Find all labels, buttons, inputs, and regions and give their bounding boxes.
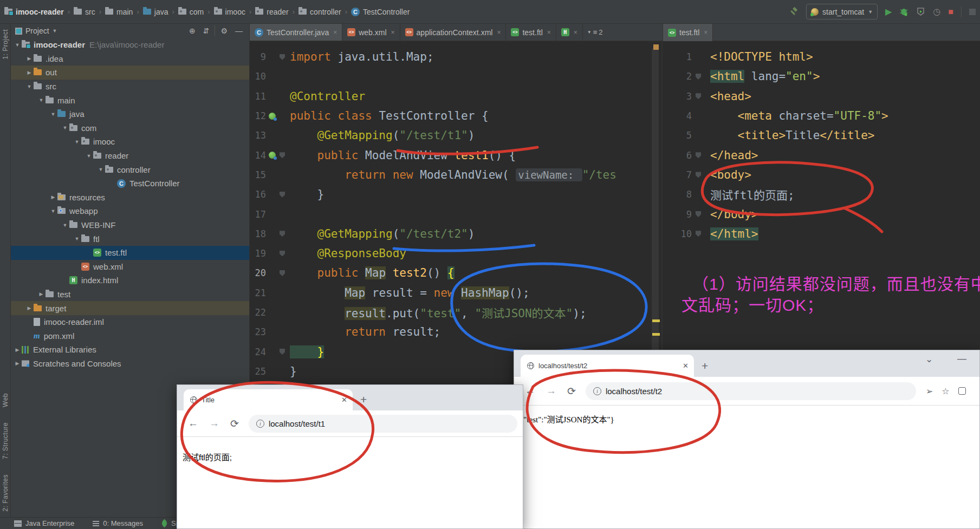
status-messages[interactable]: 0: Messages bbox=[93, 519, 143, 527]
breadcrumb-item[interactable]: CTestController bbox=[351, 8, 410, 16]
tree-expand-arrow-icon[interactable]: ▼ bbox=[73, 139, 81, 145]
tree-item[interactable]: ▼imooc bbox=[11, 135, 249, 149]
stripe-button[interactable]: 7: Structure bbox=[2, 422, 9, 459]
gear-icon[interactable]: ⚙ bbox=[218, 27, 230, 35]
back-button[interactable]: ← bbox=[525, 385, 535, 397]
send-to-device-icon[interactable]: ➢ bbox=[926, 386, 933, 396]
tree-expand-arrow-icon[interactable]: ▼ bbox=[49, 208, 57, 214]
tree-collapse-arrow-icon[interactable]: ▶ bbox=[25, 56, 34, 61]
tree-item[interactable]: ▼controller bbox=[11, 162, 249, 177]
close-icon[interactable]: × bbox=[391, 29, 395, 36]
reload-button[interactable]: ⟳ bbox=[567, 385, 576, 397]
project-panel-title[interactable]: Project bbox=[25, 27, 49, 35]
tree-item[interactable]: ▼java bbox=[11, 107, 249, 121]
tree-expand-arrow-icon[interactable]: ▼ bbox=[25, 84, 34, 89]
fold-marker-icon[interactable] bbox=[696, 152, 701, 158]
profiler-button[interactable]: ◷ bbox=[933, 8, 940, 16]
forward-button[interactable]: → bbox=[209, 417, 219, 429]
tree-expand-arrow-icon[interactable]: ▼ bbox=[73, 236, 81, 241]
close-icon[interactable]: × bbox=[333, 29, 337, 36]
tree-item[interactable]: mpom.xml bbox=[11, 329, 249, 343]
tree-item[interactable]: <>web.xml bbox=[11, 260, 249, 274]
tree-item[interactable]: ▼webapp bbox=[11, 204, 249, 218]
tree-item[interactable]: ▶.idea bbox=[11, 52, 249, 66]
stop-button[interactable]: ■ bbox=[948, 8, 953, 16]
tree-collapse-arrow-icon[interactable]: ▶ bbox=[49, 194, 57, 200]
chevron-down-icon[interactable]: ▼ bbox=[53, 28, 57, 34]
close-icon[interactable]: × bbox=[704, 29, 708, 36]
tree-item[interactable]: ▶Scratches and Consoles bbox=[11, 357, 249, 371]
address-bar[interactable]: i localhost/test/t1 bbox=[249, 415, 517, 433]
fold-marker-icon[interactable] bbox=[696, 172, 701, 178]
bookmark-star-icon[interactable]: ☆ bbox=[942, 386, 949, 396]
editor-tab[interactable]: <>test.ftl× bbox=[663, 24, 713, 41]
back-button[interactable]: ← bbox=[188, 417, 198, 429]
tree-item[interactable]: ▶External Libraries bbox=[11, 343, 249, 357]
stripe-button[interactable]: Web bbox=[2, 393, 9, 407]
hide-panel-button[interactable]: — bbox=[233, 27, 245, 35]
close-icon[interactable]: ✕ bbox=[341, 396, 347, 404]
breadcrumb-item[interactable]: src bbox=[74, 8, 95, 16]
breadcrumb-item[interactable]: main bbox=[105, 8, 133, 16]
tree-item[interactable]: Hindex.html bbox=[11, 273, 249, 288]
build-hammer-icon[interactable] bbox=[789, 7, 799, 17]
editor-tab[interactable]: H× bbox=[556, 24, 583, 41]
extensions-icon[interactable] bbox=[958, 387, 966, 395]
breadcrumb-item[interactable]: com bbox=[178, 8, 204, 16]
fold-marker-icon[interactable] bbox=[696, 231, 701, 237]
hidden-tabs-chooser[interactable]: ▼ ≡ 2 bbox=[583, 24, 607, 41]
editor-tab[interactable]: CTestController.java× bbox=[250, 24, 342, 41]
tree-expand-arrow-icon[interactable]: ▼ bbox=[85, 153, 93, 159]
minimize-button[interactable]: — bbox=[957, 354, 966, 364]
tree-expand-arrow-icon[interactable]: ▼ bbox=[13, 42, 22, 48]
close-icon[interactable]: × bbox=[497, 29, 501, 36]
locate-file-button[interactable]: ⊕ bbox=[187, 27, 198, 35]
tree-expand-arrow-icon[interactable]: ▼ bbox=[96, 167, 105, 172]
fold-marker-icon[interactable] bbox=[280, 54, 285, 60]
tree-collapse-arrow-icon[interactable]: ▶ bbox=[13, 347, 22, 352]
tree-item[interactable]: ▼ftl bbox=[11, 232, 249, 246]
info-icon[interactable]: i bbox=[256, 420, 264, 428]
editor-tab[interactable]: <>web.xml× bbox=[342, 24, 400, 41]
tree-item[interactable]: ▼WEB-INF bbox=[11, 218, 249, 232]
tree-expand-arrow-icon[interactable]: ▼ bbox=[37, 97, 46, 103]
tree-item[interactable]: ▶target bbox=[11, 301, 249, 315]
tree-collapse-arrow-icon[interactable]: ▶ bbox=[25, 305, 34, 311]
fold-marker-icon[interactable] bbox=[280, 349, 285, 355]
fold-marker-icon[interactable] bbox=[696, 211, 701, 217]
fold-marker-icon[interactable] bbox=[280, 251, 285, 257]
tree-item[interactable]: ▶out bbox=[11, 66, 249, 80]
tree-item[interactable]: ▼reader bbox=[11, 149, 249, 163]
editor-tab[interactable]: <>test.ftl× bbox=[506, 24, 556, 41]
address-bar[interactable]: i localhost/test/t2 bbox=[586, 382, 916, 400]
tree-item[interactable]: ▼imooc-readerE:\java\imooc-reader bbox=[11, 38, 249, 52]
tree-collapse-arrow-icon[interactable]: ▶ bbox=[13, 361, 22, 366]
breadcrumb-item[interactable]: imooc bbox=[214, 8, 245, 16]
new-tab-button[interactable]: + bbox=[360, 393, 367, 406]
fold-marker-icon[interactable] bbox=[280, 270, 285, 276]
info-icon[interactable]: i bbox=[593, 387, 601, 395]
breadcrumb-item[interactable]: imooc-reader bbox=[4, 8, 64, 16]
browser-tab[interactable]: localhost/test/t2 ✕ bbox=[521, 355, 694, 377]
tree-item[interactable]: ▶resources bbox=[11, 191, 249, 205]
tree-item[interactable]: imooc-reader.iml bbox=[11, 315, 249, 329]
tree-item[interactable]: <>test.ftl bbox=[11, 246, 249, 260]
tree-collapse-arrow-icon[interactable]: ▶ bbox=[37, 291, 46, 297]
tree-item[interactable]: ▼src bbox=[11, 80, 249, 94]
fold-marker-icon[interactable] bbox=[280, 152, 285, 158]
tree-item[interactable]: ▼main bbox=[11, 93, 249, 107]
tree-expand-arrow-icon[interactable]: ▼ bbox=[61, 125, 69, 130]
breadcrumb-item[interactable]: controller bbox=[298, 8, 341, 16]
tree-collapse-arrow-icon[interactable]: ▶ bbox=[25, 70, 34, 75]
chevron-down-icon[interactable]: ⌄ bbox=[925, 354, 933, 365]
tree-item[interactable]: CTestController bbox=[11, 177, 249, 191]
breadcrumb-item[interactable]: reader bbox=[255, 8, 288, 16]
tree-expand-arrow-icon[interactable]: ▼ bbox=[61, 223, 69, 228]
collapse-all-button[interactable]: ⇵ bbox=[201, 27, 212, 35]
coverage-button[interactable] bbox=[916, 7, 925, 16]
new-tab-button[interactable]: + bbox=[702, 360, 708, 373]
close-icon[interactable]: × bbox=[574, 29, 577, 36]
tree-expand-arrow-icon[interactable]: ▼ bbox=[49, 112, 57, 117]
forward-button[interactable]: → bbox=[546, 385, 556, 397]
fold-marker-icon[interactable] bbox=[696, 93, 701, 99]
